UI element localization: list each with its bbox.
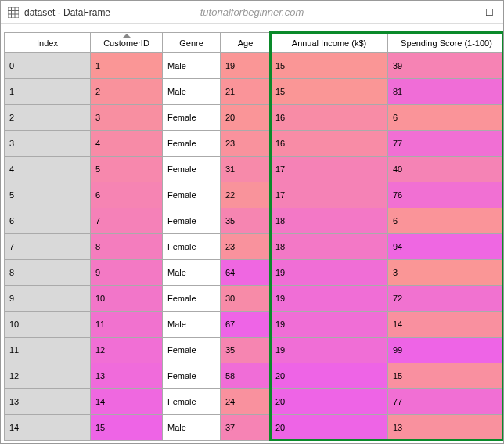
data-cell[interactable]: Female	[163, 105, 221, 131]
col-header-index[interactable]: Index	[5, 33, 91, 53]
data-cell[interactable]: 37	[221, 415, 271, 441]
table-row[interactable]: 89Male64193	[5, 260, 505, 286]
minimize-button[interactable]: —	[452, 5, 467, 20]
data-cell[interactable]: 81	[388, 79, 505, 105]
data-cell[interactable]: 77	[388, 131, 505, 157]
data-cell[interactable]: 20	[271, 389, 388, 415]
data-cell[interactable]: 76	[388, 182, 505, 208]
data-cell[interactable]: 10	[91, 286, 163, 312]
data-cell[interactable]: 5	[91, 157, 163, 182]
data-cell[interactable]: 15	[271, 79, 388, 105]
data-cell[interactable]: 21	[221, 79, 271, 105]
data-cell[interactable]: 77	[388, 389, 505, 415]
data-cell[interactable]: 6	[91, 182, 163, 208]
data-cell[interactable]: 18	[271, 208, 388, 234]
table-row[interactable]: 1011Male671914	[5, 312, 505, 338]
table-row[interactable]: 1314Female242077	[5, 389, 505, 415]
data-cell[interactable]: Female	[163, 182, 221, 208]
data-cell[interactable]: 94	[388, 234, 505, 260]
data-cell[interactable]: 20	[221, 105, 271, 131]
table-row[interactable]: 910Female301972	[5, 286, 505, 312]
data-cell[interactable]: 16	[271, 131, 388, 157]
data-cell[interactable]: 72	[388, 286, 505, 312]
data-cell[interactable]: 39	[388, 53, 505, 79]
data-cell[interactable]: 11	[91, 312, 163, 338]
data-cell[interactable]: Female	[163, 286, 221, 312]
col-header-score[interactable]: Spending Score (1-100)	[388, 33, 505, 53]
data-cell[interactable]: 6	[388, 105, 505, 131]
data-cell[interactable]: Female	[163, 234, 221, 260]
data-cell[interactable]: 17	[271, 182, 388, 208]
data-cell[interactable]: 58	[221, 363, 271, 389]
index-cell[interactable]: 3	[5, 131, 91, 157]
data-cell[interactable]: 19	[271, 286, 388, 312]
table-row[interactable]: 1213Female582015	[5, 363, 505, 389]
data-cell[interactable]: Female	[163, 208, 221, 234]
data-cell[interactable]: 99	[388, 338, 505, 363]
table-row[interactable]: 67Female35186	[5, 208, 505, 234]
table-row[interactable]: 1415Male372013	[5, 415, 505, 441]
data-cell[interactable]: 20	[271, 415, 388, 441]
col-header-genre[interactable]: Genre	[163, 33, 221, 53]
index-cell[interactable]: 12	[5, 363, 91, 389]
data-cell[interactable]: 12	[91, 338, 163, 363]
data-cell[interactable]: Male	[163, 415, 221, 441]
data-cell[interactable]: 7	[91, 208, 163, 234]
index-cell[interactable]: 7	[5, 234, 91, 260]
data-cell[interactable]: Female	[163, 389, 221, 415]
data-cell[interactable]: 31	[221, 157, 271, 182]
data-cell[interactable]: 23	[221, 131, 271, 157]
data-cell[interactable]: 67	[221, 312, 271, 338]
data-cell[interactable]: 15	[91, 415, 163, 441]
index-cell[interactable]: 11	[5, 338, 91, 363]
data-cell[interactable]: 35	[221, 338, 271, 363]
data-cell[interactable]: 35	[221, 208, 271, 234]
data-cell[interactable]: 20	[271, 363, 388, 389]
table-row[interactable]: 12Male211581	[5, 79, 505, 105]
data-cell[interactable]: 3	[388, 260, 505, 286]
index-cell[interactable]: 6	[5, 208, 91, 234]
index-cell[interactable]: 8	[5, 260, 91, 286]
data-cell[interactable]: 40	[388, 157, 505, 182]
table-row[interactable]: 34Female231677	[5, 131, 505, 157]
data-cell[interactable]: 24	[221, 389, 271, 415]
index-cell[interactable]: 5	[5, 182, 91, 208]
data-cell[interactable]: 64	[221, 260, 271, 286]
data-cell[interactable]: Female	[163, 157, 221, 182]
data-cell[interactable]: Female	[163, 338, 221, 363]
index-cell[interactable]: 0	[5, 53, 91, 79]
index-cell[interactable]: 2	[5, 105, 91, 131]
data-cell[interactable]: 18	[271, 234, 388, 260]
data-cell[interactable]: 16	[271, 105, 388, 131]
data-cell[interactable]: 15	[388, 363, 505, 389]
data-cell[interactable]: 22	[221, 182, 271, 208]
data-cell[interactable]: 8	[91, 234, 163, 260]
data-cell[interactable]: 3	[91, 105, 163, 131]
data-cell[interactable]: 1	[91, 53, 163, 79]
data-cell[interactable]: Male	[163, 312, 221, 338]
data-cell[interactable]: 6	[388, 208, 505, 234]
table-row[interactable]: 78Female231894	[5, 234, 505, 260]
index-cell[interactable]: 14	[5, 415, 91, 441]
data-cell[interactable]: Male	[163, 79, 221, 105]
maximize-button[interactable]: ☐	[481, 5, 497, 20]
data-cell[interactable]: 19	[271, 260, 388, 286]
table-row[interactable]: 1112Female351999	[5, 338, 505, 363]
data-cell[interactable]: 14	[91, 389, 163, 415]
col-header-customerid[interactable]: CustomerID	[91, 33, 163, 53]
data-cell[interactable]: 17	[271, 157, 388, 182]
data-cell[interactable]: 4	[91, 131, 163, 157]
data-cell[interactable]: Male	[163, 260, 221, 286]
data-cell[interactable]: 13	[91, 363, 163, 389]
table-row[interactable]: 56Female221776	[5, 182, 505, 208]
index-cell[interactable]: 9	[5, 286, 91, 312]
index-cell[interactable]: 1	[5, 79, 91, 105]
index-cell[interactable]: 13	[5, 389, 91, 415]
col-header-age[interactable]: Age	[221, 33, 271, 53]
col-header-income[interactable]: Annual Income (k$)	[271, 33, 388, 53]
table-row[interactable]: 23Female20166	[5, 105, 505, 131]
table-row[interactable]: 45Female311740	[5, 157, 505, 182]
data-cell[interactable]: 2	[91, 79, 163, 105]
data-cell[interactable]: 23	[221, 234, 271, 260]
data-cell[interactable]: 15	[271, 53, 388, 79]
